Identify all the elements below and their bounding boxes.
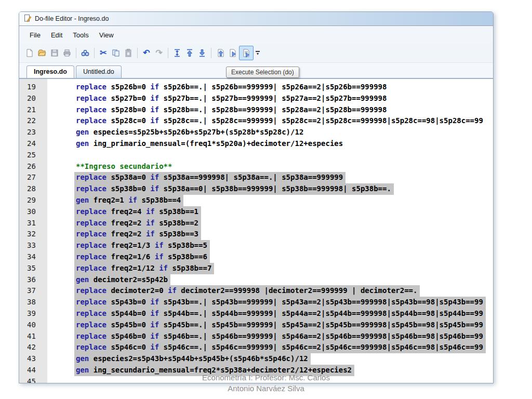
paste-icon bbox=[124, 48, 133, 58]
menu-bar: FileEditToolsView bbox=[19, 26, 493, 44]
code-line[interactable]: 19replace s5p26b=0 if s5p26b==.| s5p26b=… bbox=[19, 82, 493, 93]
code-line[interactable]: 26**Ingreso secundario** bbox=[19, 161, 493, 172]
line-number: 28 bbox=[19, 183, 55, 195]
move-down-icon bbox=[197, 48, 207, 58]
title-bar[interactable]: Do-file Editor - Ingreso.do bbox=[19, 12, 493, 26]
code-lines: 19replace s5p26b=0 if s5p26b==.| s5p26b=… bbox=[19, 79, 493, 383]
do-icon bbox=[228, 48, 237, 58]
code-text: replace decimoter2=0 if decimoter2==9999… bbox=[74, 285, 420, 297]
code-line[interactable]: 23gen especies=s5p25b+s5p26b+s5p27b+(s5p… bbox=[19, 127, 493, 138]
find-button[interactable] bbox=[79, 47, 91, 59]
code-text: replace s5p26b=0 if s5p26b==.| s5p26b==9… bbox=[76, 82, 387, 93]
code-line[interactable]: 40replace s5p45b=0 if s5p45b==.| s5p45b=… bbox=[19, 320, 493, 331]
tab-untitled-do[interactable]: Untitled.do bbox=[76, 65, 122, 78]
line-number: 35 bbox=[19, 263, 55, 274]
code-line[interactable]: 30replace freq2=4 if s5p38b==1 bbox=[19, 206, 493, 218]
line-number: 31 bbox=[19, 218, 55, 229]
code-text: **Ingreso secundario** bbox=[76, 161, 172, 172]
do-button[interactable] bbox=[227, 47, 239, 59]
move-up-button[interactable] bbox=[183, 47, 196, 59]
toolbar-separator bbox=[76, 48, 76, 58]
tab-ingreso-do[interactable]: Ingreso.do bbox=[26, 65, 74, 78]
code-text: replace s5p44b=0 if s5p44b==.| s5p44b==9… bbox=[74, 308, 486, 320]
code-editor[interactable]: 19replace s5p26b=0 if s5p26b==.| s5p26b=… bbox=[19, 79, 493, 383]
line-number: 38 bbox=[19, 297, 55, 308]
code-line[interactable]: 28replace s5p38b=0 if s5p38a==0| s5p38b=… bbox=[19, 183, 493, 195]
redo-icon: ↷ bbox=[155, 48, 162, 58]
code-line[interactable]: 20replace s5p27b=0 if s5p27b==.| s5p27b=… bbox=[19, 93, 493, 104]
undo-button[interactable]: ↶ bbox=[140, 47, 153, 59]
code-line[interactable]: 35replace freq2=1/12 if s5p38b==7 bbox=[19, 263, 493, 274]
code-line[interactable]: 43gen especies2=s5p43b+s5p44b+s5p45b+(s5… bbox=[19, 353, 493, 365]
window-title: Do-file Editor - Ingreso.do bbox=[35, 15, 109, 22]
new-file-icon bbox=[25, 48, 34, 58]
code-line[interactable]: 21replace s5p28b=0 if s5p28b==.| s5p28b=… bbox=[19, 104, 493, 116]
toolbar-separator bbox=[137, 48, 138, 58]
run-button[interactable] bbox=[214, 47, 227, 59]
code-line[interactable]: 22replace s5p28c=0 if s5p28c==.| s5p28c=… bbox=[19, 115, 493, 127]
line-number: 21 bbox=[19, 104, 55, 116]
menu-edit[interactable]: Edit bbox=[46, 29, 68, 41]
line-number: 36 bbox=[19, 274, 55, 286]
line-number: 23 bbox=[19, 127, 55, 138]
code-line[interactable]: 31replace freq2=2 if s5p38b==2 bbox=[19, 218, 493, 229]
code-text: replace freq2=1/3 if s5p38b==5 bbox=[74, 240, 210, 251]
code-line[interactable]: 41replace s5p46b=0 if s5p46b==.| s5p46b=… bbox=[19, 331, 493, 342]
code-line[interactable]: 25 bbox=[19, 150, 493, 161]
code-line[interactable]: 39replace s5p44b=0 if s5p44b==.| s5p44b=… bbox=[19, 308, 493, 320]
save-button[interactable] bbox=[48, 47, 61, 59]
line-number: 33 bbox=[19, 240, 55, 251]
toolbar: ✂↶↷▾ bbox=[19, 44, 493, 63]
new-file-button[interactable] bbox=[23, 47, 36, 59]
code-text: replace s5p46c=0 if s5p46c==.| s5p46c==9… bbox=[74, 342, 486, 353]
do-file-editor-window: Do-file Editor - Ingreso.do FileEditTool… bbox=[19, 11, 494, 383]
print-icon bbox=[62, 48, 72, 58]
execute-selection-button[interactable] bbox=[239, 46, 254, 60]
open-file-button[interactable] bbox=[36, 47, 48, 59]
line-number: 27 bbox=[19, 172, 55, 183]
line-number: 29 bbox=[19, 195, 55, 206]
code-text: gen especies=s5p25b+s5p26b+s5p27b+(s5p28… bbox=[76, 127, 303, 138]
code-line[interactable]: 36gen decimoter2=s5p42b bbox=[19, 274, 493, 286]
move-up-icon bbox=[185, 48, 194, 58]
menu-view[interactable]: View bbox=[94, 29, 119, 41]
menu-file[interactable]: File bbox=[24, 29, 46, 41]
line-number: 41 bbox=[19, 331, 55, 342]
cut-button[interactable]: ✂ bbox=[97, 47, 110, 59]
toolbar-separator bbox=[94, 48, 95, 58]
code-line[interactable]: 33replace freq2=1/3 if s5p38b==5 bbox=[19, 240, 493, 251]
code-line[interactable]: 42replace s5p46c=0 if s5p46c==.| s5p46c=… bbox=[19, 342, 493, 353]
line-number: 39 bbox=[19, 308, 55, 320]
move-down-button[interactable] bbox=[196, 47, 208, 59]
code-text: replace s5p27b=0 if s5p27b==.| s5p27b==9… bbox=[76, 93, 387, 104]
code-text: gen decimoter2=s5p42b bbox=[74, 274, 170, 286]
toolbar-overflow-icon[interactable]: ▾ bbox=[256, 51, 260, 55]
copy-button[interactable] bbox=[110, 47, 122, 59]
line-number: 22 bbox=[19, 115, 55, 127]
code-line[interactable]: 27replace s5p38a=0 if s5p38a==999998| s5… bbox=[19, 172, 493, 183]
code-line[interactable]: 32replace freq2=2 if s5p38b==3 bbox=[19, 229, 493, 240]
line-number: 32 bbox=[19, 229, 55, 240]
code-line[interactable]: 34replace freq2=1/6 if s5p38b==6 bbox=[19, 251, 493, 263]
code-line[interactable]: 38replace s5p43b=0 if s5p43b==.| s5p43b=… bbox=[19, 297, 493, 308]
print-button[interactable] bbox=[61, 47, 73, 59]
paste-button[interactable] bbox=[122, 47, 135, 59]
code-line[interactable]: 29gen freq2=1 if s5p38b==4 bbox=[19, 195, 493, 206]
preview-button[interactable] bbox=[171, 47, 183, 59]
line-number: 30 bbox=[19, 206, 55, 218]
copy-icon bbox=[111, 48, 121, 58]
line-number: 24 bbox=[19, 138, 55, 150]
code-text: replace s5p38a=0 if s5p38a==999998| s5p3… bbox=[74, 172, 345, 183]
code-text: replace s5p28c=0 if s5p28c==.| s5p28c==9… bbox=[76, 115, 483, 127]
do-file-icon bbox=[23, 14, 32, 24]
code-line[interactable]: 24gen ing_primario_mensual=(freq1*s5p20a… bbox=[19, 138, 493, 150]
code-text: gen especies2=s5p43b+s5p44b+s5p45b+(s5p4… bbox=[74, 353, 311, 365]
slide-caption: Econometría I: Profesor: Msc. Carlos Ant… bbox=[0, 372, 532, 394]
code-line[interactable]: 37replace decimoter2=0 if decimoter2==99… bbox=[19, 285, 493, 297]
code-text: replace freq2=2 if s5p38b==3 bbox=[74, 229, 201, 240]
redo-button[interactable]: ↷ bbox=[153, 47, 165, 59]
toolbar-separator bbox=[211, 48, 211, 58]
menu-tools[interactable]: Tools bbox=[68, 29, 94, 41]
cut-icon: ✂ bbox=[100, 48, 107, 58]
slide-caption-line2: Antonio Narváez Silva bbox=[0, 383, 532, 394]
